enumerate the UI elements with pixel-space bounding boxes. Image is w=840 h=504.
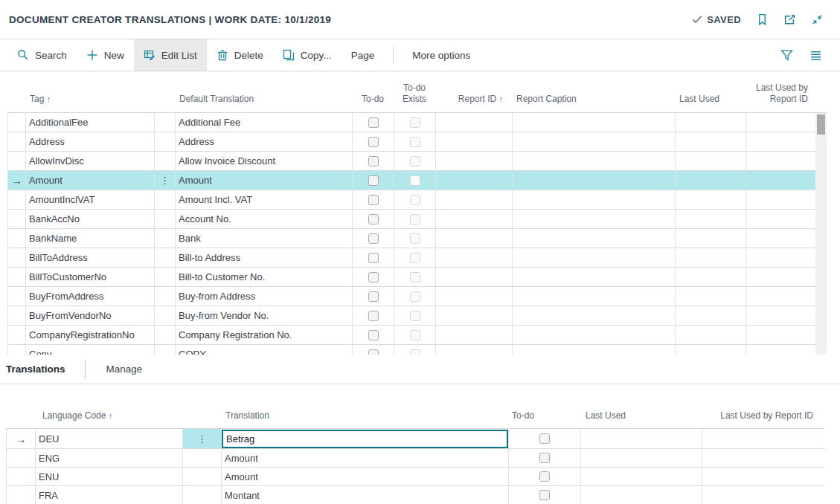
cell-options-button[interactable]: ⋮ bbox=[183, 434, 221, 444]
last-used-by-report-id-cell[interactable] bbox=[702, 468, 824, 485]
todo-exists-cell[interactable] bbox=[394, 229, 436, 248]
default-translation-cell[interactable]: Buy-from Address bbox=[176, 287, 353, 306]
tag-cell[interactable]: Address bbox=[26, 132, 155, 151]
todo-cell[interactable] bbox=[353, 248, 394, 267]
report-caption-cell[interactable] bbox=[513, 132, 676, 151]
todo-exists-cell[interactable] bbox=[394, 190, 436, 209]
todo-cell[interactable] bbox=[353, 306, 394, 325]
todo-checkbox[interactable] bbox=[368, 349, 379, 355]
tag-cell[interactable]: BillToAddress bbox=[26, 248, 155, 267]
vertical-scrollbar[interactable] bbox=[815, 113, 827, 355]
todo-exists-cell[interactable] bbox=[394, 268, 436, 286]
report-caption-cell[interactable] bbox=[513, 268, 676, 286]
column-header-translation[interactable]: Translation bbox=[221, 410, 508, 422]
column-header-report-id[interactable]: Report ID ↑ bbox=[435, 94, 512, 106]
tag-cell[interactable]: BillToCustomerNo bbox=[26, 268, 155, 286]
todo-checkbox[interactable] bbox=[368, 272, 379, 282]
row-selector-cell[interactable] bbox=[8, 345, 26, 355]
default-translation-cell[interactable]: Amount Incl. VAT bbox=[176, 190, 353, 209]
todo-checkbox[interactable] bbox=[539, 453, 550, 463]
report-caption-cell[interactable] bbox=[513, 306, 676, 325]
tag-cell[interactable]: BuyFromVendorNo bbox=[26, 306, 155, 325]
todo-checkbox[interactable] bbox=[539, 471, 550, 482]
todo-checkbox[interactable] bbox=[368, 214, 379, 224]
last-used-by-report-id-cell[interactable] bbox=[746, 326, 816, 344]
last-used-by-report-id-cell[interactable] bbox=[746, 152, 816, 170]
row-selector-cell[interactable] bbox=[8, 190, 26, 209]
last-used-cell[interactable] bbox=[581, 486, 702, 504]
cell-options-button[interactable]: ⋮ bbox=[155, 175, 175, 185]
default-translation-cell[interactable]: Allow Invoice Discount bbox=[176, 152, 353, 170]
report-caption-cell[interactable] bbox=[513, 345, 676, 355]
cell-options-cell[interactable] bbox=[183, 449, 222, 467]
column-header-todo-exists[interactable]: To-do Exists bbox=[394, 83, 435, 106]
todo-exists-cell[interactable] bbox=[394, 113, 436, 132]
cell-options-cell[interactable] bbox=[155, 248, 176, 267]
tag-cell[interactable]: BuyFromAddress bbox=[26, 287, 155, 306]
language-code-cell[interactable]: ENU bbox=[36, 468, 183, 485]
report-id-cell[interactable] bbox=[436, 190, 513, 209]
todo-cell[interactable] bbox=[509, 486, 581, 504]
default-translation-cell[interactable]: Address bbox=[176, 132, 353, 151]
last-used-by-report-id-cell[interactable] bbox=[746, 287, 816, 306]
cell-options-cell[interactable] bbox=[155, 326, 176, 344]
table-row[interactable]: BillToAddressBill-to Address bbox=[7, 248, 815, 268]
last-used-by-report-id-cell[interactable] bbox=[746, 190, 816, 209]
view-list-icon[interactable] bbox=[809, 49, 822, 62]
report-id-cell[interactable] bbox=[436, 152, 513, 170]
default-translation-cell[interactable]: COPY bbox=[176, 345, 353, 355]
row-selector-cell[interactable] bbox=[8, 287, 26, 306]
last-used-cell[interactable] bbox=[676, 113, 746, 132]
collapse-icon[interactable] bbox=[811, 13, 824, 26]
column-header-last-used[interactable]: Last Used bbox=[580, 410, 702, 422]
cell-options-cell[interactable] bbox=[155, 152, 176, 170]
todo-cell[interactable] bbox=[353, 326, 394, 344]
tab-translations[interactable]: Translations bbox=[6, 364, 65, 375]
last-used-by-report-id-cell[interactable] bbox=[746, 210, 816, 228]
todo-exists-cell[interactable] bbox=[394, 248, 436, 267]
todo-checkbox[interactable] bbox=[368, 175, 379, 186]
copy-button[interactable]: Copy... bbox=[273, 39, 342, 71]
tag-cell[interactable]: CompanyRegistrationNo bbox=[26, 326, 155, 344]
cell-options-cell[interactable] bbox=[183, 468, 222, 485]
table-row[interactable]: BankNameBank bbox=[7, 229, 815, 248]
cell-options-cell[interactable] bbox=[155, 287, 176, 306]
report-id-cell[interactable] bbox=[436, 345, 513, 355]
tag-cell[interactable]: AdditionalFee bbox=[26, 113, 155, 132]
tag-cell[interactable]: AllowInvDisc bbox=[26, 152, 155, 170]
language-code-cell[interactable]: DEU bbox=[36, 429, 183, 448]
report-caption-cell[interactable] bbox=[513, 152, 676, 170]
table-row[interactable]: BankAccNoAccount No. bbox=[7, 210, 815, 229]
table-row[interactable]: AmountInclVATAmount Incl. VAT bbox=[7, 190, 815, 210]
todo-exists-cell[interactable] bbox=[394, 345, 436, 355]
filter-icon[interactable] bbox=[780, 49, 793, 62]
report-id-cell[interactable] bbox=[436, 287, 513, 306]
last-used-by-report-id-cell[interactable] bbox=[746, 248, 816, 267]
last-used-cell[interactable] bbox=[676, 268, 746, 286]
todo-checkbox[interactable] bbox=[368, 311, 379, 321]
default-translation-cell[interactable]: Bill-to Customer No. bbox=[176, 268, 353, 286]
default-translation-cell[interactable]: Company Registration No. bbox=[176, 326, 353, 344]
tag-cell[interactable]: AmountInclVAT bbox=[26, 190, 155, 209]
delete-button[interactable]: Delete bbox=[207, 39, 273, 71]
report-id-cell[interactable] bbox=[436, 210, 513, 228]
todo-cell[interactable] bbox=[353, 287, 394, 306]
table-row[interactable]: AdditionalFeeAdditional Fee bbox=[7, 113, 815, 132]
translation-cell[interactable]: Montant bbox=[222, 486, 509, 504]
table-row[interactable]: →DEU⋮ bbox=[6, 429, 824, 449]
report-caption-cell[interactable] bbox=[513, 190, 676, 209]
report-id-cell[interactable] bbox=[436, 132, 513, 151]
tag-cell[interactable]: BankName bbox=[26, 229, 155, 248]
column-header-tag[interactable]: Tag ↑ bbox=[25, 94, 175, 106]
report-id-cell[interactable] bbox=[436, 171, 513, 190]
default-translation-cell[interactable]: Buy-from Vendor No. bbox=[176, 306, 353, 325]
last-used-by-report-id-cell[interactable] bbox=[746, 171, 816, 190]
page-menu-button[interactable]: Page bbox=[342, 39, 385, 71]
bookmark-icon[interactable] bbox=[756, 13, 769, 26]
row-selector-cell[interactable] bbox=[7, 468, 36, 485]
last-used-by-report-id-cell[interactable] bbox=[702, 429, 824, 448]
table-row[interactable]: BuyFromAddressBuy-from Address bbox=[7, 287, 815, 306]
last-used-cell[interactable] bbox=[676, 248, 746, 267]
table-row[interactable]: BillToCustomerNoBill-to Customer No. bbox=[7, 268, 815, 287]
last-used-cell[interactable] bbox=[676, 152, 746, 170]
